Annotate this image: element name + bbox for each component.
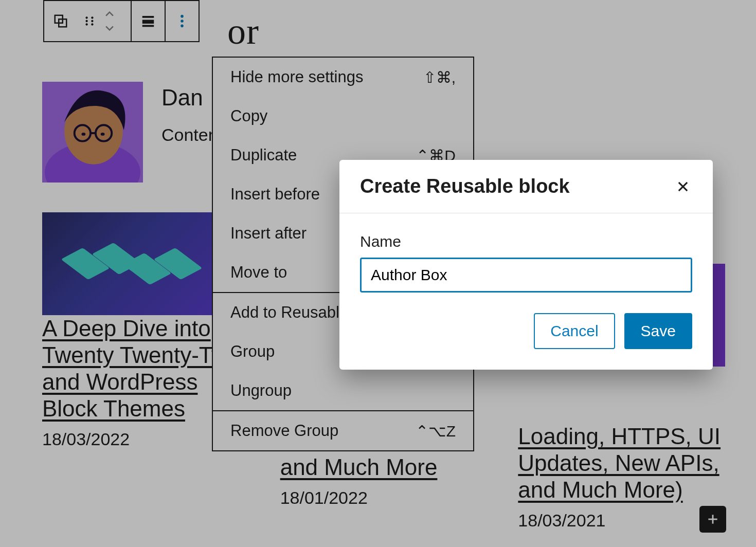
menu-shortcut: ⇧⌘, [423,68,456,86]
svg-point-6 [81,133,85,136]
close-icon[interactable] [674,177,692,196]
svg-point-14 [91,20,93,22]
name-field[interactable] [360,258,692,293]
menu-label: Insert after [230,224,307,243]
name-field-label: Name [360,233,692,250]
post-title-link[interactable]: Loading, HTTPS, UI Updates, New APIs, an… [518,423,725,503]
svg-point-15 [91,23,93,25]
menu-shortcut: ⌃⌥Z [416,422,456,440]
post-date: 18/01/2022 [280,488,488,508]
menu-ungroup[interactable]: Ungroup [213,371,473,410]
menu-remove-group[interactable]: Remove Group ⌃⌥Z [213,411,473,450]
svg-point-20 [181,20,184,23]
author-avatar [42,82,143,183]
more-options-button[interactable] [168,2,196,41]
post-title-link[interactable]: A Deep Dive into Twenty Twenty-Two and W… [42,316,241,421]
svg-rect-16 [142,16,154,18]
block-type-icon[interactable] [46,2,75,41]
menu-label: Remove Group [230,422,338,440]
menu-copy[interactable]: Copy [213,97,473,136]
svg-point-13 [91,16,93,19]
svg-point-10 [85,16,87,19]
add-block-button[interactable] [699,506,726,533]
svg-point-12 [85,23,87,25]
dialog-title: Create Reusable block [360,175,570,197]
svg-point-19 [181,15,184,18]
drag-handle-icon[interactable] [75,2,104,41]
menu-label: Insert before [230,185,320,204]
menu-label: Hide more settings [230,68,363,86]
create-reusable-block-dialog: Create Reusable block Name Cancel Save [339,160,713,370]
svg-rect-18 [142,25,154,27]
menu-label: Ungroup [230,381,292,400]
menu-label: Group [230,342,275,361]
cancel-button[interactable]: Cancel [534,313,615,349]
svg-rect-17 [142,20,154,24]
block-mover[interactable] [104,11,129,31]
post-title-link[interactable]: and Much More [280,454,438,480]
menu-hide-settings[interactable]: Hide more settings ⇧⌘, [213,58,473,97]
align-button[interactable] [134,2,163,41]
svg-point-21 [181,25,184,28]
svg-point-11 [85,20,87,22]
menu-label: Copy [230,107,267,125]
save-button[interactable]: Save [624,313,692,349]
block-toolbar [43,0,200,42]
svg-point-7 [101,133,105,136]
post-date: 18/03/2021 [518,510,725,531]
menu-label: Move to [230,263,287,282]
menu-label: Duplicate [230,146,297,165]
